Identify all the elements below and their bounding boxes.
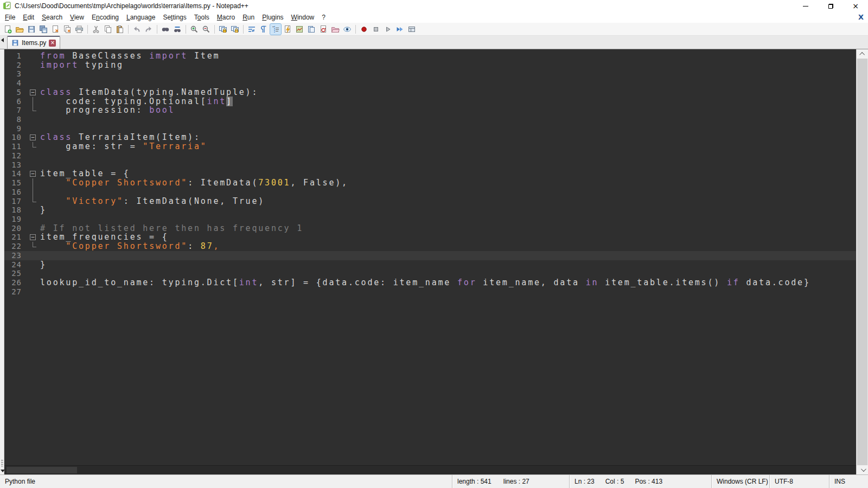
run-macro-multiple-icon[interactable] — [394, 24, 405, 35]
line-number[interactable]: 4 — [4, 79, 27, 88]
line-number[interactable]: 2 — [4, 61, 27, 70]
save-macro-icon[interactable] — [406, 24, 417, 35]
line-number[interactable]: 16 — [4, 188, 27, 197]
line-number[interactable]: 5 — [4, 88, 27, 97]
menu-macro[interactable]: Macro — [213, 12, 239, 22]
indent-guide-icon[interactable] — [270, 24, 281, 35]
save-icon[interactable] — [26, 24, 37, 35]
restore-button[interactable] — [818, 0, 843, 12]
document-map-icon[interactable] — [294, 24, 305, 35]
save-all-icon[interactable] — [38, 24, 49, 35]
menu-edit[interactable]: Edit — [19, 12, 38, 22]
statusbar-doc-type: Python file — [0, 475, 452, 488]
fold-toggle-icon[interactable]: − — [27, 88, 40, 97]
line-number[interactable]: 1 — [4, 52, 27, 61]
line-number[interactable]: 20 — [4, 224, 27, 233]
line-number[interactable]: 15 — [4, 178, 27, 188]
vertical-scrollbar-thumb[interactable] — [857, 59, 867, 465]
menu-help[interactable]: ? — [318, 12, 329, 22]
play-macro-icon[interactable] — [382, 24, 393, 35]
replace-icon[interactable] — [172, 24, 183, 35]
line-number[interactable]: 10 — [4, 133, 27, 142]
menu-file[interactable]: File — [1, 12, 19, 22]
menu-language[interactable]: Language — [123, 12, 159, 22]
horizontal-scrollbar[interactable] — [4, 465, 856, 474]
tab-bar: Items.py × — [0, 36, 868, 49]
menu-plugins[interactable]: Plugins — [258, 12, 287, 22]
cut-icon[interactable] — [91, 24, 101, 35]
undo-icon[interactable] — [131, 24, 142, 35]
statusbar-eol-format[interactable]: Windows (CR LF) — [711, 475, 769, 488]
line-number[interactable]: 19 — [4, 215, 27, 224]
line-number[interactable]: 18 — [4, 206, 27, 215]
line-number[interactable]: 23 — [4, 251, 27, 260]
fold-toggle-icon[interactable]: − — [27, 233, 40, 242]
statusbar-insert-mode[interactable]: INS — [829, 475, 868, 488]
word-wrap-icon[interactable] — [246, 24, 257, 35]
line-number[interactable]: 7 — [4, 106, 27, 115]
menubar-close-icon[interactable]: X — [858, 13, 864, 21]
menu-window[interactable]: Window — [288, 12, 318, 22]
folder-as-workspace-icon[interactable] — [318, 24, 329, 35]
line-number[interactable]: 13 — [4, 160, 27, 170]
menu-encoding[interactable]: Encoding — [88, 12, 123, 22]
statusbar-encoding[interactable]: UTF-8 — [769, 475, 829, 488]
fold-toggle-icon[interactable]: − — [27, 133, 40, 142]
line-number[interactable]: 24 — [4, 260, 27, 269]
close-file-icon[interactable] — [50, 24, 61, 35]
stop-macro-icon[interactable] — [371, 24, 381, 35]
zoom-out-icon[interactable] — [201, 24, 212, 35]
sync-horizontal-icon[interactable] — [229, 24, 240, 35]
menu-view[interactable]: View — [66, 12, 88, 22]
minimize-button[interactable] — [793, 0, 818, 12]
paste-icon[interactable] — [114, 24, 125, 35]
code-line-5: 5−class ItemData(typing.NamedTuple): — [4, 88, 856, 97]
line-number[interactable]: 26 — [4, 278, 27, 287]
tab-close-icon[interactable]: × — [49, 40, 56, 47]
code-text: } — [40, 206, 47, 215]
find-icon[interactable] — [160, 24, 171, 35]
record-macro-icon[interactable] — [359, 24, 369, 35]
fold-toggle-icon[interactable]: − — [27, 169, 40, 178]
menu-tools[interactable]: Tools — [190, 12, 213, 22]
line-number[interactable]: 17 — [4, 197, 27, 206]
sync-vertical-icon[interactable] — [218, 24, 228, 35]
line-number[interactable]: 22 — [4, 242, 27, 251]
close-button[interactable]: × — [843, 0, 868, 12]
close-all-icon[interactable] — [62, 24, 73, 35]
line-number[interactable]: 14 — [4, 169, 27, 178]
line-number[interactable]: 21 — [4, 233, 27, 242]
line-number[interactable]: 6 — [4, 97, 27, 106]
line-number[interactable]: 11 — [4, 142, 27, 151]
tab-items-py[interactable]: Items.py × — [7, 36, 60, 49]
new-file-icon[interactable] — [2, 24, 13, 35]
function-list-icon[interactable] — [282, 24, 293, 35]
fold-margin — [27, 115, 40, 124]
menu-settings[interactable]: Settings — [159, 12, 190, 22]
open-file-icon[interactable] — [14, 24, 25, 35]
menu-search[interactable]: Search — [38, 12, 66, 22]
print-icon[interactable] — [74, 24, 85, 35]
zoom-in-icon[interactable] — [189, 24, 200, 35]
line-number[interactable]: 27 — [4, 287, 27, 297]
project-panel-icon[interactable] — [330, 24, 341, 35]
fold-margin — [27, 178, 40, 188]
file-monitoring-icon[interactable] — [342, 24, 353, 35]
code-text: from BaseClasses import Item — [40, 52, 220, 61]
scroll-down-button[interactable] — [857, 465, 868, 474]
vertical-scrollbar[interactable] — [856, 49, 868, 474]
scroll-up-button[interactable] — [857, 49, 868, 59]
document-list-icon[interactable] — [306, 24, 317, 35]
line-number[interactable]: 12 — [4, 151, 27, 160]
line-number[interactable]: 25 — [4, 269, 27, 278]
redo-icon[interactable] — [143, 24, 154, 35]
show-all-characters-icon[interactable] — [258, 24, 269, 35]
copy-icon[interactable] — [103, 24, 113, 35]
line-number[interactable]: 3 — [4, 69, 27, 79]
menu-run[interactable]: Run — [239, 12, 258, 22]
line-number[interactable]: 8 — [4, 115, 27, 124]
code-editor[interactable]: 1from BaseClasses import Item2import typ… — [4, 49, 856, 465]
line-number[interactable]: 9 — [4, 124, 27, 133]
tab-scroll-left-icon[interactable] — [1, 38, 4, 42]
horizontal-scrollbar-thumb[interactable] — [7, 467, 77, 473]
